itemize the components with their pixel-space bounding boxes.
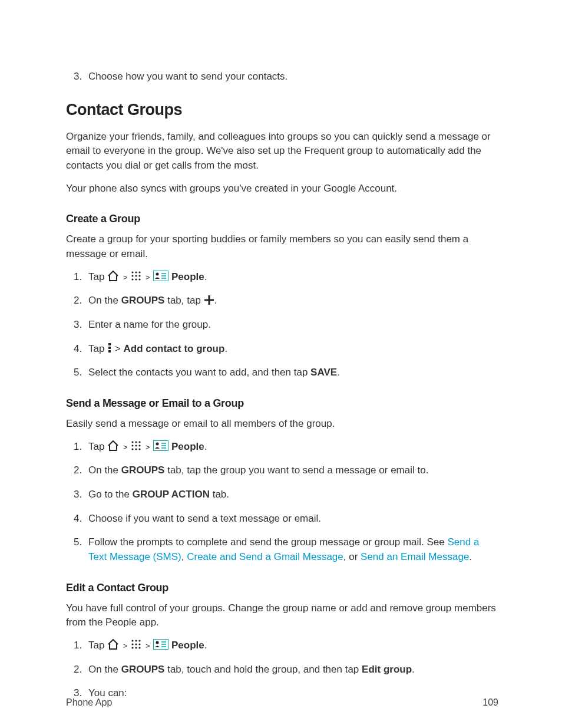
- svg-point-8: [139, 279, 141, 281]
- list-item: Go to the GROUP ACTION tab.: [85, 487, 498, 502]
- svg-point-10: [156, 273, 159, 276]
- step-text: , or: [343, 551, 361, 562]
- step-text: .: [224, 343, 227, 354]
- list-item: Tap > >: [85, 638, 498, 653]
- step-text: tab, tap: [164, 295, 203, 306]
- people-app-icon: [153, 639, 168, 650]
- step-text: On the: [88, 295, 121, 306]
- list-item: Tap > >: [85, 440, 498, 454]
- send-group-intro: Easily send a message or email to all me…: [66, 417, 498, 431]
- svg-point-21: [139, 442, 141, 443]
- edit-group-steps: Tap > >: [66, 638, 498, 701]
- svg-point-40: [135, 647, 137, 649]
- step-text: tab.: [210, 489, 229, 500]
- svg-point-3: [132, 275, 134, 277]
- svg-point-23: [135, 445, 137, 447]
- people-label: People: [171, 640, 204, 651]
- people-app-icon: [153, 440, 168, 451]
- svg-rect-18: [108, 350, 111, 353]
- chevron-icon: >: [123, 273, 128, 282]
- svg-point-43: [156, 641, 159, 644]
- step-text: Follow the prompts to complete and send …: [88, 536, 448, 548]
- svg-point-1: [135, 272, 137, 274]
- groups-tab-label: GROUPS: [121, 465, 165, 476]
- chevron-icon: >: [123, 443, 128, 452]
- list-item: Tap > >: [85, 270, 498, 285]
- chevron-icon: >: [146, 273, 150, 282]
- footer-section-name: Phone App: [66, 696, 112, 709]
- send-group-steps: Tap > >: [66, 440, 498, 565]
- chevron-icon: >: [146, 641, 150, 650]
- home-icon: [107, 639, 119, 650]
- svg-rect-17: [108, 347, 111, 349]
- svg-point-22: [132, 445, 134, 447]
- svg-point-38: [139, 644, 141, 645]
- svg-point-34: [135, 640, 137, 642]
- svg-point-39: [132, 647, 134, 649]
- link-send-gmail[interactable]: Create and Send a Gmail Message: [187, 551, 343, 562]
- top-ordered-list: Choose how you want to send your contact…: [66, 70, 498, 84]
- list-item: Select the contacts you want to add, and…: [85, 365, 498, 380]
- subheading-edit-group: Edit a Contact Group: [66, 580, 498, 595]
- home-icon: [107, 440, 119, 451]
- svg-point-4: [135, 275, 137, 277]
- step-text: Go to the: [88, 489, 133, 500]
- svg-rect-16: [108, 343, 111, 345]
- svg-point-36: [132, 644, 134, 645]
- step-text: On the: [88, 664, 121, 675]
- people-label: People: [171, 271, 204, 282]
- step-text: Tap: [88, 343, 107, 354]
- apps-grid-icon: [131, 271, 141, 281]
- footer-page-number: 109: [482, 696, 498, 709]
- svg-point-24: [139, 445, 141, 447]
- link-send-email[interactable]: Send an Email Message: [361, 551, 469, 562]
- step-text: Choose if you want to send a text messag…: [88, 513, 321, 524]
- page-footer: Phone App 109: [66, 696, 498, 709]
- list-item: Tap > Add contact to group.: [85, 342, 498, 357]
- groups-tab-label: GROUPS: [121, 664, 165, 675]
- step-text: tab, touch and hold the group, and then …: [164, 664, 362, 675]
- svg-point-2: [139, 272, 141, 274]
- step-text: ,: [181, 551, 187, 562]
- create-group-intro: Create a group for your sporting buddies…: [66, 232, 498, 261]
- group-action-tab-label: GROUP ACTION: [133, 489, 210, 500]
- svg-point-29: [156, 443, 159, 446]
- svg-point-33: [132, 640, 134, 642]
- svg-point-0: [132, 272, 134, 274]
- list-item: On the GROUPS tab, tap .: [85, 294, 498, 308]
- step-text: Tap: [88, 271, 104, 282]
- svg-point-19: [132, 442, 134, 443]
- home-icon: [107, 271, 119, 281]
- chevron-icon: >: [123, 641, 128, 650]
- create-group-steps: Tap > >: [66, 270, 498, 380]
- list-item: Choose how you want to send your contact…: [85, 70, 498, 84]
- step-text: On the: [88, 465, 121, 476]
- svg-point-35: [139, 640, 141, 642]
- step-text: .: [469, 551, 472, 562]
- save-label: SAVE: [310, 367, 337, 378]
- list-item: On the GROUPS tab, tap the group you wan…: [85, 463, 498, 478]
- subheading-send-group: Send a Message or Email to a Group: [66, 396, 498, 411]
- apps-grid-icon: [131, 639, 141, 650]
- step-text: .: [337, 367, 340, 378]
- apps-grid-icon: [131, 440, 141, 451]
- step-text: .: [214, 295, 217, 306]
- list-text: Choose how you want to send your contact…: [88, 71, 287, 82]
- svg-point-27: [139, 449, 141, 450]
- people-app-icon: [153, 271, 168, 281]
- list-item: On the GROUPS tab, touch and hold the gr…: [85, 663, 498, 677]
- subheading-create-group: Create a Group: [66, 211, 498, 226]
- edit-group-intro: You have full control of your groups. Ch…: [66, 601, 498, 630]
- edit-group-label: Edit group: [362, 664, 412, 675]
- svg-point-41: [139, 647, 141, 649]
- people-label: People: [171, 441, 204, 452]
- list-item: Follow the prompts to complete and send …: [85, 535, 498, 564]
- svg-point-20: [135, 442, 137, 443]
- svg-point-5: [139, 275, 141, 277]
- section-heading-contact-groups: Contact Groups: [66, 98, 498, 121]
- step-text: Select the contacts you want to add, and…: [88, 367, 310, 378]
- list-item: Enter a name for the group.: [85, 318, 498, 332]
- list-item: Choose if you want to send a text messag…: [85, 512, 498, 526]
- add-contact-label: Add contact to group: [124, 343, 225, 354]
- overflow-menu-icon: [107, 342, 112, 353]
